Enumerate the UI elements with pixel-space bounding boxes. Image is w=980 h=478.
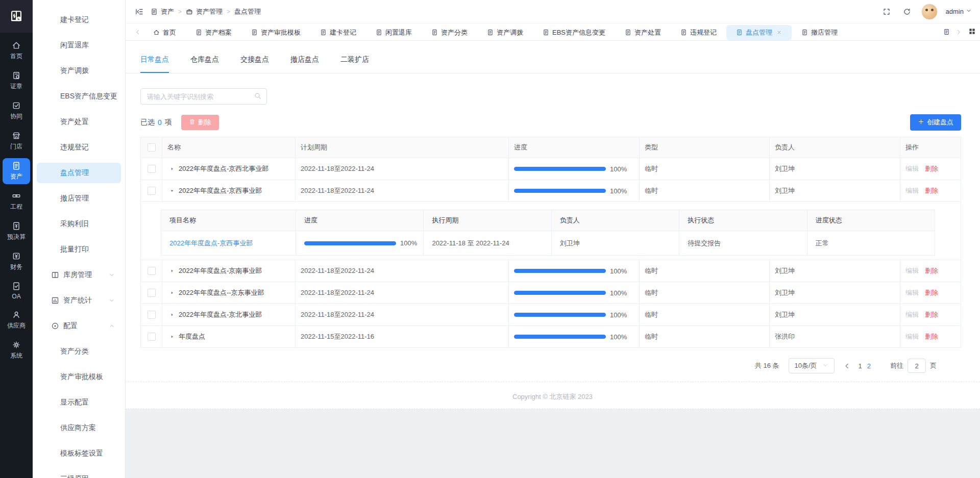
row-checkbox[interactable]	[148, 311, 156, 319]
page-tab-撤店盘点[interactable]: 撤店盘点	[290, 55, 319, 73]
tab-闲置退库[interactable]: 闲置退库	[366, 25, 422, 40]
menu-item-资产统计[interactable]: 资产统计	[37, 290, 121, 311]
page-tab-交接盘点[interactable]: 交接盘点	[240, 55, 269, 73]
edit-action[interactable]: 编辑	[905, 186, 919, 195]
tab-撤店管理[interactable]: 撤店管理	[792, 25, 847, 40]
app-logo-icon[interactable]	[0, 0, 33, 33]
page-size-select[interactable]: 10条/页	[789, 358, 835, 373]
expand-row-icon[interactable]	[169, 268, 175, 273]
page-number-2[interactable]: 2	[867, 362, 871, 370]
breadcrumb-item-资产[interactable]: 资产	[151, 7, 174, 16]
close-icon[interactable]	[776, 30, 782, 35]
search-input[interactable]	[146, 92, 254, 101]
actions-cell: 编辑删除	[900, 304, 961, 325]
delete-action[interactable]: 删除	[925, 186, 938, 195]
tabs-grid-icon[interactable]	[968, 28, 976, 37]
menu-item-采购利旧[interactable]: 采购利旧	[37, 214, 121, 234]
tab-资产档案[interactable]: 资产档案	[186, 25, 241, 40]
breadcrumb-item-盘点管理[interactable]: 盘点管理	[234, 7, 261, 16]
prev-page-button[interactable]	[844, 363, 850, 369]
delete-button[interactable]: 删除	[181, 115, 219, 130]
menu-item-配置[interactable]: 配置	[37, 316, 121, 336]
tab-资产分类[interactable]: 资产分类	[422, 25, 477, 40]
delete-action[interactable]: 删除	[925, 332, 938, 341]
row-checkbox[interactable]	[148, 187, 156, 195]
menu-item-资产处置[interactable]: 资产处置	[37, 112, 121, 132]
tab-资产审批模板[interactable]: 资产审批模板	[241, 25, 310, 40]
menu-item-模板标签设置[interactable]: 模板标签设置	[37, 443, 121, 464]
overflow-tab-icon[interactable]	[940, 29, 953, 35]
row-checkbox[interactable]	[148, 333, 156, 341]
expand-row-icon[interactable]	[169, 290, 175, 295]
menu-item-库房管理[interactable]: 库房管理	[37, 265, 121, 285]
module-item-门店[interactable]: 门店	[3, 128, 30, 154]
menu-item-违规登记[interactable]: 违规登记	[37, 137, 121, 158]
page-number-1[interactable]: 1	[859, 362, 862, 370]
module-item-预决算[interactable]: 预决算	[3, 218, 30, 244]
page-tab-仓库盘点[interactable]: 仓库盘点	[190, 55, 219, 73]
menu-item-资产调拨[interactable]: 资产调拨	[37, 61, 121, 81]
tab-违规登记[interactable]: 违规登记	[671, 25, 726, 40]
inventory-table: 名称计划周期进度类型负责人操作2022年年度盘点-京西北事业部2022-11-1…	[140, 137, 961, 348]
menu-item-资产分类[interactable]: 资产分类	[37, 341, 121, 362]
tab-盘点管理[interactable]: 盘点管理	[726, 25, 792, 40]
menu-item-建卡登记[interactable]: 建卡登记	[37, 10, 121, 30]
menu-item-撤店管理[interactable]: 撤店管理	[37, 188, 121, 209]
delete-action[interactable]: 删除	[925, 288, 938, 297]
project-link[interactable]: 2022年年度盘点-京西事业部	[169, 239, 253, 248]
user-menu[interactable]: admin	[946, 8, 972, 15]
expand-row-icon[interactable]	[169, 334, 175, 339]
collapse-sidebar-icon[interactable]	[133, 6, 145, 18]
page-tab-二装扩店[interactable]: 二装扩店	[340, 55, 369, 73]
avatar[interactable]	[921, 4, 938, 20]
tab-资产处置[interactable]: 资产处置	[615, 25, 671, 40]
select-all-checkbox[interactable]	[148, 143, 156, 152]
module-item-协同[interactable]: 协同	[3, 98, 30, 124]
tab-首页[interactable]: 首页	[143, 25, 186, 40]
row-checkbox[interactable]	[148, 267, 156, 275]
expand-row-icon[interactable]	[169, 312, 175, 317]
module-item-系统[interactable]: 系统	[3, 337, 30, 363]
module-item-供应商[interactable]: 供应商	[3, 307, 30, 333]
module-item-证章[interactable]: 证章	[3, 68, 30, 94]
collapse-row-icon[interactable]	[169, 188, 175, 193]
menu-item-EBS资产信息变更[interactable]: EBS资产信息变更	[37, 86, 121, 107]
delete-action[interactable]: 删除	[925, 266, 938, 275]
tabs-scroll-right-icon[interactable]	[953, 29, 964, 35]
menu-item-显示配置[interactable]: 显示配置	[37, 392, 121, 413]
tab-EBS资产信息变更[interactable]: EBS资产信息变更	[533, 25, 615, 40]
menu-item-供应商方案[interactable]: 供应商方案	[37, 418, 121, 438]
trash-glyph	[189, 118, 195, 125]
edit-action[interactable]: 编辑	[905, 310, 919, 319]
goto-page-input[interactable]	[908, 359, 926, 373]
create-inventory-button[interactable]: 创建盘点	[910, 114, 961, 131]
expand-row-icon[interactable]	[169, 166, 175, 171]
row-checkbox[interactable]	[148, 165, 156, 173]
page-tab-日常盘点[interactable]: 日常盘点	[140, 55, 169, 73]
menu-item-三级原因[interactable]: 三级原因	[37, 469, 121, 478]
menu-item-资产审批模板[interactable]: 资产审批模板	[37, 367, 121, 387]
module-item-工程[interactable]: 工程	[3, 188, 30, 214]
module-item-首页[interactable]: 首页	[3, 38, 30, 64]
row-checkbox[interactable]	[148, 289, 156, 297]
tab-建卡登记[interactable]: 建卡登记	[310, 25, 366, 40]
tab-资产调拨[interactable]: 资产调拨	[477, 25, 533, 40]
edit-action[interactable]: 编辑	[905, 288, 919, 297]
edit-action[interactable]: 编辑	[905, 266, 919, 275]
fullscreen-icon[interactable]	[880, 6, 893, 18]
search-icon[interactable]	[254, 92, 261, 101]
breadcrumb-item-资产管理[interactable]: 资产管理	[186, 7, 223, 16]
module-item-资产[interactable]: 资产	[3, 158, 30, 184]
module-item-OA[interactable]: OA	[3, 279, 30, 303]
menu-item-批量打印[interactable]: 批量打印	[37, 239, 121, 260]
edit-action[interactable]: 编辑	[905, 164, 919, 173]
actions-cell: 编辑删除	[900, 180, 961, 202]
menu-item-盘点管理[interactable]: 盘点管理	[37, 163, 121, 183]
edit-action[interactable]: 编辑	[905, 332, 919, 341]
delete-action[interactable]: 删除	[925, 310, 938, 319]
menu-item-闲置退库[interactable]: 闲置退库	[37, 35, 121, 56]
module-item-财务[interactable]: 财务	[3, 248, 30, 274]
refresh-icon[interactable]	[901, 6, 913, 18]
tabs-scroll-left-icon[interactable]	[132, 29, 143, 35]
delete-action[interactable]: 删除	[925, 164, 938, 173]
